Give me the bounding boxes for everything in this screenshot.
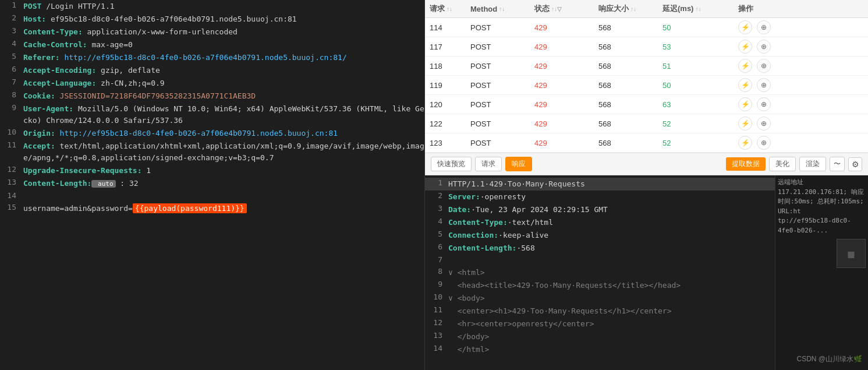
- response-line-content: <hr><center>openresty</center>: [448, 318, 775, 330]
- cell-delay: 50: [658, 23, 734, 32]
- line-content: Upgrade-Insecure-Requests: 1: [23, 165, 424, 177]
- code-token: Content-Type:: [23, 27, 83, 36]
- response-line: 12 <hr><center>openresty</center>: [425, 318, 775, 330]
- response-line-content: Content-Length:·568: [448, 242, 775, 254]
- response-line: 14 </html>: [425, 343, 775, 356]
- response-line-content: Server:·openresty: [448, 191, 775, 203]
- cell-delay: 50: [658, 81, 734, 90]
- flash-icon[interactable]: ⚡: [738, 117, 752, 131]
- line-number: 8: [0, 90, 23, 99]
- cell-id: 114: [425, 23, 466, 32]
- code-token: gzip, deflate: [96, 66, 160, 75]
- cell-status: 429: [530, 119, 594, 128]
- extract-data-button[interactable]: 提取数据: [726, 157, 766, 171]
- response-line-content: </html>: [448, 344, 775, 355]
- table-row[interactable]: 117 POST 429 568 53 ⚡ ⊕: [425, 37, 868, 57]
- line-content: username=admin&password={{payload(passwo…: [23, 203, 424, 214]
- cell-delay: 51: [658, 62, 734, 71]
- settings-button[interactable]: ⚙: [848, 157, 862, 171]
- line-number: 2: [0, 13, 23, 22]
- line-number: 11: [0, 140, 23, 149]
- table-row[interactable]: 114 POST 429 568 50 ⚡ ⊕: [425, 18, 868, 37]
- line-content: User-Agent: Mozilla/5.0 (Windows NT 10.0…: [23, 103, 424, 126]
- circle-plus-icon[interactable]: ⊕: [757, 20, 771, 34]
- code-token: Host:: [23, 15, 46, 23]
- cell-size: 568: [594, 139, 658, 147]
- th-id: 请求 ↑↓: [425, 3, 466, 14]
- response-line-content: Content-Type:·text/html: [448, 217, 775, 228]
- wave-button[interactable]: 〜: [830, 157, 845, 171]
- code-token: Origin:: [23, 129, 55, 138]
- cell-method: POST: [466, 100, 530, 109]
- table-row[interactable]: 120 POST 429 568 63 ⚡ ⊕: [425, 95, 868, 114]
- code-token: Accept-Language:: [23, 79, 96, 87]
- response-line: 8∨ <html>: [425, 266, 775, 279]
- table-row[interactable]: 119 POST 429 568 50 ⚡ ⊕: [425, 76, 868, 95]
- th-status: 状态 ↑↓▽: [530, 3, 594, 14]
- circle-plus-icon[interactable]: ⊕: [757, 59, 771, 73]
- code-line: 9User-Agent: Mozilla/5.0 (Windows NT 10.…: [0, 103, 424, 127]
- cell-action: ⚡ ⊕: [734, 78, 868, 92]
- tab-request[interactable]: 请求: [475, 157, 502, 171]
- response-line-number: 5: [425, 230, 448, 238]
- response-line-content: ∨ <body>: [448, 293, 775, 304]
- table-row[interactable]: 122 POST 429 568 52 ⚡ ⊕: [425, 114, 868, 133]
- circle-plus-icon[interactable]: ⊕: [757, 117, 771, 131]
- response-line-number: 2: [425, 191, 448, 200]
- cell-action: ⚡ ⊕: [734, 97, 868, 111]
- flash-icon[interactable]: ⚡: [738, 136, 752, 150]
- circle-plus-icon[interactable]: ⊕: [757, 136, 771, 150]
- flash-icon[interactable]: ⚡: [738, 97, 752, 111]
- code-line: 6Accept-Encoding: gzip, deflate: [0, 64, 424, 77]
- circle-plus-icon[interactable]: ⊕: [757, 97, 771, 111]
- cell-method: POST: [466, 119, 530, 128]
- response-line-number: 7: [425, 255, 448, 264]
- tab-preview[interactable]: 快速预览: [431, 157, 472, 171]
- flash-icon[interactable]: ⚡: [738, 59, 752, 73]
- response-line-number: 4: [425, 217, 448, 225]
- table-row[interactable]: 118 POST 429 568 51 ⚡ ⊕: [425, 57, 868, 76]
- code-line: 7Accept-Language: zh-CN,zh;q=0.9: [0, 77, 424, 90]
- cell-size: 568: [594, 23, 658, 32]
- response-line-content: Date:·Tue, 23 Apr 2024 02:29:15 GMT: [448, 204, 775, 216]
- code-token: POST: [23, 2, 41, 10]
- cell-method: POST: [466, 139, 530, 147]
- code-token: Accept-Encoding:: [23, 66, 96, 75]
- code-line: 11Accept: text/html,application/xhtml+xm…: [0, 140, 424, 164]
- code-line: 4Cache-Control: max-age=0: [0, 38, 424, 51]
- cell-method: POST: [466, 43, 530, 51]
- response-line-number: 13: [425, 331, 448, 340]
- request-table: 请求 ↑↓ Method ↑↓ 状态 ↑↓▽ 响应大小 ↑↓ 延迟(ms) ↑↓…: [425, 0, 868, 153]
- response-line: 1HTTP/1.1·429·Too·Many·Requests: [425, 178, 775, 191]
- response-key: Server:: [448, 192, 480, 201]
- code-line: 5Referer: http://ef95bc18-d8c0-4fe0-b026…: [0, 51, 424, 64]
- cell-status: 429: [530, 62, 594, 71]
- line-number: 10: [0, 128, 23, 136]
- response-line-number: 6: [425, 242, 448, 251]
- flash-icon[interactable]: ⚡: [738, 78, 752, 92]
- flash-icon[interactable]: ⚡: [738, 40, 752, 54]
- code-line: 1POST /Login HTTP/1.1: [0, 0, 424, 13]
- line-number: 14: [0, 191, 23, 200]
- tab-response[interactable]: 响应: [505, 157, 532, 171]
- beautify-button[interactable]: 美化: [769, 157, 796, 171]
- bottom-tab-bar: 快速预览 请求 响应 提取数据 美化 渲染 〜 ⚙: [425, 153, 868, 175]
- response-content: 1HTTP/1.1·429·Too·Many·Requests2Server:·…: [425, 175, 775, 370]
- table-row[interactable]: 123 POST 429 568 52 ⚡ ⊕: [425, 133, 868, 153]
- response-line-content: Connection:·keep-alive: [448, 230, 775, 241]
- table-body: 114 POST 429 568 50 ⚡ ⊕ 117 POST 429 568…: [425, 18, 868, 153]
- line-content: Content-Type: application/x-www-form-url…: [23, 26, 424, 38]
- circle-plus-icon[interactable]: ⊕: [757, 78, 771, 92]
- render-button[interactable]: 渲染: [799, 157, 826, 171]
- code-token: /Login HTTP/1.1: [41, 2, 114, 10]
- cell-delay: 52: [658, 139, 734, 147]
- circle-plus-icon[interactable]: ⊕: [757, 40, 771, 54]
- code-token: http://ef95bc18-d8c0-4fe0-b026-a7f06e4b0…: [60, 53, 347, 62]
- response-line: 5Connection:·keep-alive: [425, 229, 775, 242]
- code-token: zh-CN,zh;q=0.9: [96, 79, 164, 87]
- line-content: Cache-Control: max-age=0: [23, 39, 424, 51]
- flash-icon[interactable]: ⚡: [738, 20, 752, 34]
- code-token: text/html,application/xhtml+xml,applicat…: [23, 142, 424, 162]
- line-number: 12: [0, 165, 23, 174]
- response-line-number: 14: [425, 344, 448, 353]
